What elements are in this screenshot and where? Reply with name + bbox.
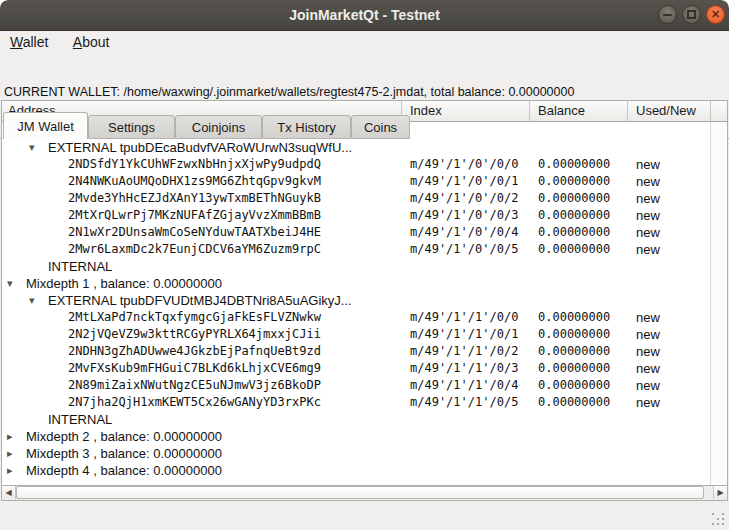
status-cell: new	[636, 224, 660, 241]
status-cell: new	[636, 241, 660, 258]
menubar: Wallet About	[0, 31, 729, 55]
index-cell: m/49'/1'/1'/0/5	[410, 394, 518, 411]
index-cell: m/49'/1'/0'/0/1	[410, 173, 518, 190]
status-cell: new	[636, 156, 660, 173]
balance-cell: 0.00000000	[538, 360, 610, 377]
tree-row[interactable]: 2NDSfdY1YkCUhWFzwxNbHnjxXjwPy9udpdQm/49'…	[2, 156, 710, 173]
tree-row[interactable]: INTERNAL	[2, 411, 710, 428]
tab-settings[interactable]: Settings	[88, 115, 175, 139]
index-cell: m/49'/1'/1'/0/1	[410, 326, 518, 343]
tree-row[interactable]: 2MtXrQLwrPj7MKzNUFAfZGjayVvzXmmBBmBm/49'…	[2, 207, 710, 224]
address-cell: 2NDHN3gZhADUwwe4JGkzbEjPafnqUeBt9zd	[68, 343, 321, 360]
index-cell: m/49'/1'/0'/0/5	[410, 241, 518, 258]
tree-row[interactable]: ▾EXTERNAL tpubDFVUDtMBJ4DBTNri8A5uAGikyJ…	[2, 292, 710, 309]
tree-row[interactable]: ▸Mixdepth 4 , balance: 0.00000000	[2, 462, 710, 479]
index-cell: m/49'/1'/0'/0/2	[410, 190, 518, 207]
tree-row[interactable]: 2MtLXaPd7nckTqxfymgcGjaFkEsFLVZNwkwm/49'…	[2, 309, 710, 326]
tabbar: JM Wallet Settings Coinjoins Tx History …	[0, 55, 729, 84]
titlebar[interactable]: JoinMarketQt - Testnet ✕	[0, 0, 729, 31]
address-cell: INTERNAL	[48, 258, 112, 275]
statusbar	[0, 501, 729, 530]
status-cell: new	[636, 207, 660, 224]
index-cell: m/49'/1'/0'/0/3	[410, 207, 518, 224]
collapse-icon[interactable]: ▾	[29, 139, 35, 155]
address-cell: 2N7jha2QjH1xmKEWT5Cx26wGANyYD3rxPKc	[68, 394, 321, 411]
column-header-used[interactable]: Used/New	[628, 101, 711, 122]
collapse-icon[interactable]: ▾	[7, 275, 13, 291]
expand-icon[interactable]: ▸	[7, 445, 13, 461]
balance-cell: 0.00000000	[538, 343, 610, 360]
tree-row[interactable]: ▾Mixdepth 1 , balance: 0.00000000	[2, 275, 710, 292]
tree-row[interactable]: ▸Mixdepth 3 , balance: 0.00000000	[2, 445, 710, 462]
tree-row[interactable]: 2Mvde3YhHcEZJdXAnY13ywTxmBEThNGuykBm/49'…	[2, 190, 710, 207]
tree-row[interactable]: 2NDHN3gZhADUwwe4JGkzbEjPafnqUeBt9zdm/49'…	[2, 343, 710, 360]
address-cell: 2NDSfdY1YkCUhWFzwxNbHnjxXjwPy9udpdQ	[68, 156, 321, 173]
resize-grip-icon[interactable]	[711, 512, 726, 527]
balance-cell: 0.00000000	[538, 326, 610, 343]
address-cell: Mixdepth 3 , balance: 0.00000000	[26, 445, 222, 462]
menu-wallet[interactable]: Wallet	[0, 31, 58, 50]
status-cell: new	[636, 173, 660, 190]
vertical-scrollbar-gutter[interactable]	[710, 122, 727, 486]
address-cell: 2MtLXaPd7nckTqxfymgcGjaFkEsFLVZNwkw	[68, 309, 321, 326]
expand-icon[interactable]: ▸	[7, 428, 13, 444]
address-cell: Mixdepth 1 , balance: 0.00000000	[26, 275, 222, 292]
close-icon: ✕	[707, 6, 724, 23]
close-button[interactable]: ✕	[706, 5, 725, 24]
balance-cell: 0.00000000	[538, 309, 610, 326]
status-cell: new	[636, 326, 660, 343]
current-wallet-label: CURRENT WALLET: /home/waxwing/.joinmarke…	[4, 85, 724, 99]
index-cell: m/49'/1'/1'/0/0	[410, 309, 518, 326]
expand-icon[interactable]: ▸	[7, 462, 13, 478]
address-cell: 2MtXrQLwrPj7MKzNUFAfZGjayVvzXmmBBmB	[68, 207, 321, 224]
status-cell: new	[636, 377, 660, 394]
status-cell: new	[636, 343, 660, 360]
maximize-button[interactable]	[682, 5, 701, 24]
scroll-right-icon[interactable]: ▶	[713, 486, 727, 499]
tree-row[interactable]: ▸Mixdepth 2 , balance: 0.00000000	[2, 428, 710, 445]
window-title: JoinMarketQt - Testnet	[0, 0, 729, 30]
balance-cell: 0.00000000	[538, 241, 610, 258]
tree-row[interactable]: 2N89miZaixNWutNgzCE5uNJmwV3jz6BkoDPm/49'…	[2, 377, 710, 394]
horizontal-scrollbar-thumb[interactable]	[16, 486, 704, 499]
status-cell: new	[636, 309, 660, 326]
address-cell: EXTERNAL tpubDFVUDtMBJ4DBTNri8A5uAGikyJ.…	[48, 292, 352, 309]
tab-tx-history[interactable]: Tx History	[262, 115, 351, 139]
tree-row[interactable]: 2N7jha2QjH1xmKEWT5Cx26wGANyYD3rxPKcm/49'…	[2, 394, 710, 411]
minimize-icon	[663, 14, 672, 16]
address-cell: Mixdepth 4 , balance: 0.00000000	[26, 462, 222, 479]
horizontal-scrollbar[interactable]: ◀ ▶	[2, 485, 727, 500]
tree-row[interactable]: 2N4NWKuAoUMQoDHX1zs9MG6ZhtqGpv9gkvMm/49'…	[2, 173, 710, 190]
balance-cell: 0.00000000	[538, 224, 610, 241]
column-header-index[interactable]: Index	[402, 101, 530, 122]
tree-row[interactable]: INTERNAL	[2, 258, 710, 275]
tab-jm-wallet[interactable]: JM Wallet	[3, 112, 88, 139]
address-cell: 2Mwr6LaxmDc2k7EunjCDCV6aYM6Zuzm9rpC	[68, 241, 321, 258]
column-header-spacer	[711, 101, 727, 122]
tab-coins[interactable]: Coins	[351, 115, 410, 139]
tree-row[interactable]: 2N2jVQeVZ9w3kttRCGyPYRLX64jmxxjCJiim/49'…	[2, 326, 710, 343]
index-cell: m/49'/1'/1'/0/2	[410, 343, 518, 360]
address-cell: 2N1wXr2DUnsaWmCoSeNYduwTAATXbeiJ4HE	[68, 224, 321, 241]
address-cell: 2Mvde3YhHcEZJdXAnY13ywTxmBEThNGuykB	[68, 190, 321, 207]
index-cell: m/49'/1'/1'/0/4	[410, 377, 518, 394]
balance-cell: 0.00000000	[538, 377, 610, 394]
index-cell: m/49'/1'/1'/0/3	[410, 360, 518, 377]
tab-coinjoins[interactable]: Coinjoins	[175, 115, 262, 139]
balance-cell: 0.00000000	[538, 190, 610, 207]
menu-about[interactable]: About	[63, 31, 120, 50]
index-cell: m/49'/1'/0'/0/4	[410, 224, 518, 241]
balance-cell: 0.00000000	[538, 394, 610, 411]
address-cell: 2MvFXsKub9mFHGuiC7BLKd6kLhjxCVE6mg9	[68, 360, 321, 377]
tree-row[interactable]: 2MvFXsKub9mFHGuiC7BLKd6kLhjxCVE6mg9m/49'…	[2, 360, 710, 377]
tree-row[interactable]: 2N1wXr2DUnsaWmCoSeNYduwTAATXbeiJ4HEm/49'…	[2, 224, 710, 241]
tree-row[interactable]: 2Mwr6LaxmDc2k7EunjCDCV6aYM6Zuzm9rpCm/49'…	[2, 241, 710, 258]
column-header-balance[interactable]: Balance	[530, 101, 628, 122]
address-cell: EXTERNAL tpubDEcaBudvfVARoWUrwN3suqWfU..…	[48, 139, 352, 156]
balance-cell: 0.00000000	[538, 156, 610, 173]
collapse-icon[interactable]: ▾	[29, 292, 35, 308]
status-cell: new	[636, 190, 660, 207]
tree-row[interactable]: ▾EXTERNAL tpubDEcaBudvfVARoWUrwN3suqWfU.…	[2, 139, 710, 156]
scroll-left-icon[interactable]: ◀	[2, 486, 16, 499]
minimize-button[interactable]	[658, 5, 677, 24]
